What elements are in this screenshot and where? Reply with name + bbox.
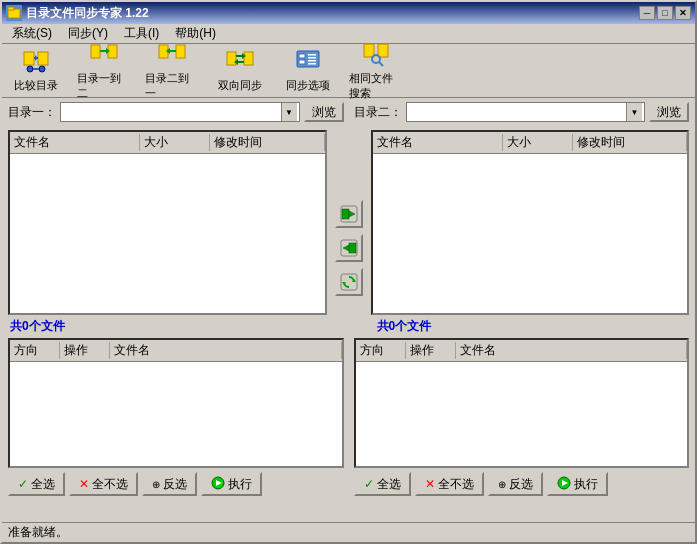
svg-rect-14 bbox=[176, 45, 185, 58]
search-label: 相同文件搜索 bbox=[349, 71, 403, 101]
maximize-button[interactable]: □ bbox=[657, 6, 673, 20]
file-count-2: 共0个文件 bbox=[377, 319, 432, 333]
file-col-name-2: 文件名 bbox=[373, 134, 503, 151]
right-select-all-button[interactable]: ✓ 全选 bbox=[354, 472, 411, 496]
compare-dirs-button[interactable]: 比较目录 bbox=[6, 47, 66, 95]
file-list-1[interactable]: 文件名 大小 修改时间 bbox=[8, 130, 327, 315]
file-col-time-1: 修改时间 bbox=[210, 134, 325, 151]
svg-rect-25 bbox=[299, 60, 305, 64]
dir2to1-label: 目录二到一 bbox=[145, 71, 199, 101]
copy-right-button[interactable] bbox=[335, 200, 363, 228]
svg-rect-24 bbox=[299, 54, 305, 58]
execute-icon-right bbox=[557, 476, 571, 493]
search-icon bbox=[362, 41, 390, 69]
file-count-1: 共0个文件 bbox=[10, 319, 65, 333]
copy-left-button[interactable] bbox=[335, 234, 363, 262]
dir1-combo[interactable]: ▼ bbox=[60, 102, 300, 122]
svg-rect-31 bbox=[378, 44, 388, 57]
left-execute-button[interactable]: 执行 bbox=[201, 472, 262, 496]
status-text: 准备就绪。 bbox=[8, 524, 68, 541]
toolbar: 比较目录 目录一到二 bbox=[2, 44, 695, 98]
left-deselect-all-button[interactable]: ✕ 全不选 bbox=[69, 472, 138, 496]
right-invert-button[interactable]: ⊕ 反选 bbox=[488, 472, 543, 496]
file-list-2[interactable]: 文件名 大小 修改时间 bbox=[371, 130, 690, 315]
sync-options-icon bbox=[294, 48, 322, 76]
execute-icon-left bbox=[211, 476, 225, 493]
dir2-browse-button[interactable]: 浏览 bbox=[649, 102, 689, 122]
sync-col-op-2: 操作 bbox=[406, 342, 456, 359]
main-window: 目录文件同步专家 1.22 ─ □ ✕ 系统(S) 同步(Y) 工具(I) 帮助… bbox=[0, 0, 697, 544]
sync-list-1[interactable]: 方向 操作 文件名 bbox=[8, 338, 344, 468]
dir1to2-button[interactable]: 目录一到二 bbox=[74, 47, 134, 95]
left-invert-label: 反选 bbox=[163, 476, 187, 493]
invert-icon-left: ⊕ bbox=[152, 479, 160, 490]
refresh-button[interactable] bbox=[335, 268, 363, 296]
bidirectional-icon bbox=[226, 48, 254, 76]
minimize-button[interactable]: ─ bbox=[639, 6, 655, 20]
left-select-all-button[interactable]: ✓ 全选 bbox=[8, 472, 65, 496]
search-button[interactable]: 相同文件搜索 bbox=[346, 47, 406, 95]
left-deselect-all-label: 全不选 bbox=[92, 476, 128, 493]
svg-rect-10 bbox=[108, 45, 117, 58]
file-list-1-header: 文件名 大小 修改时间 bbox=[10, 132, 325, 154]
left-panel: 文件名 大小 修改时间 bbox=[8, 130, 327, 315]
dir2-row: 目录二： ▼ 浏览 bbox=[354, 102, 690, 122]
svg-rect-35 bbox=[342, 209, 349, 219]
svg-rect-1 bbox=[8, 7, 14, 10]
menu-system[interactable]: 系统(S) bbox=[6, 24, 58, 43]
file-col-size-1: 大小 bbox=[140, 134, 210, 151]
title-bar: 目录文件同步专家 1.22 ─ □ ✕ bbox=[2, 2, 695, 24]
checkmark-icon: ✓ bbox=[18, 477, 28, 491]
svg-rect-18 bbox=[244, 52, 253, 65]
right-execute-label: 执行 bbox=[574, 476, 598, 493]
dir2-label: 目录二： bbox=[354, 104, 402, 121]
left-invert-button[interactable]: ⊕ 反选 bbox=[142, 472, 197, 496]
file-list-1-body bbox=[10, 154, 325, 313]
dir2to1-icon bbox=[158, 41, 186, 69]
right-select-all-label: 全选 bbox=[377, 476, 401, 493]
invert-icon-right: ⊕ bbox=[498, 479, 506, 490]
title-buttons: ─ □ ✕ bbox=[639, 6, 691, 20]
bidirectional-button[interactable]: 双向同步 bbox=[210, 47, 270, 95]
dir1to2-icon bbox=[90, 41, 118, 69]
app-icon bbox=[6, 5, 22, 21]
sync-col-op-1: 操作 bbox=[60, 342, 110, 359]
title-bar-left: 目录文件同步专家 1.22 bbox=[6, 5, 149, 22]
left-execute-label: 执行 bbox=[228, 476, 252, 493]
right-sync-panel: 方向 操作 文件名 ✓ 全选 ✕ 全不选 bbox=[354, 338, 690, 496]
left-select-all-label: 全选 bbox=[31, 476, 55, 493]
sync-list-1-header: 方向 操作 文件名 bbox=[10, 340, 342, 362]
right-panel: 文件名 大小 修改时间 bbox=[371, 130, 690, 315]
file-col-size-2: 大小 bbox=[503, 134, 573, 151]
dir1-dropdown-arrow[interactable]: ▼ bbox=[281, 103, 297, 121]
svg-rect-2 bbox=[24, 52, 34, 65]
sync-list-2-header: 方向 操作 文件名 bbox=[356, 340, 688, 362]
right-bottom-buttons: ✓ 全选 ✕ 全不选 ⊕ 反选 bbox=[354, 472, 690, 496]
dir1-browse-button[interactable]: 浏览 bbox=[304, 102, 344, 122]
dir1to2-label: 目录一到二 bbox=[77, 71, 131, 101]
dir1-row: 目录一： ▼ 浏览 bbox=[8, 102, 344, 122]
bidirectional-label: 双向同步 bbox=[218, 78, 262, 93]
svg-rect-13 bbox=[159, 45, 168, 58]
sync-options-button[interactable]: 同步选项 bbox=[278, 47, 338, 95]
window-title: 目录文件同步专家 1.22 bbox=[26, 5, 149, 22]
cross-icon-right: ✕ bbox=[425, 477, 435, 491]
svg-point-6 bbox=[27, 66, 33, 72]
svg-rect-8 bbox=[33, 68, 39, 70]
dir1-label: 目录一： bbox=[8, 104, 56, 121]
sync-col-dir-2: 方向 bbox=[356, 342, 406, 359]
right-execute-button[interactable]: 执行 bbox=[547, 472, 608, 496]
svg-rect-26 bbox=[308, 54, 316, 56]
left-sync-panel: 方向 操作 文件名 ✓ 全选 ✕ 全不选 bbox=[8, 338, 344, 496]
dir2to1-button[interactable]: 目录二到一 bbox=[142, 47, 202, 95]
right-deselect-all-label: 全不选 bbox=[438, 476, 474, 493]
left-bottom-buttons: ✓ 全选 ✕ 全不选 ⊕ 反选 bbox=[8, 472, 344, 496]
sync-list-1-body bbox=[10, 362, 342, 466]
middle-buttons bbox=[333, 130, 365, 296]
close-button[interactable]: ✕ bbox=[675, 6, 691, 20]
dir2-combo[interactable]: ▼ bbox=[406, 102, 646, 122]
right-deselect-all-button[interactable]: ✕ 全不选 bbox=[415, 472, 484, 496]
sync-list-2[interactable]: 方向 操作 文件名 bbox=[354, 338, 690, 468]
compare-dirs-label: 比较目录 bbox=[14, 78, 58, 93]
dir2-dropdown-arrow[interactable]: ▼ bbox=[626, 103, 642, 121]
